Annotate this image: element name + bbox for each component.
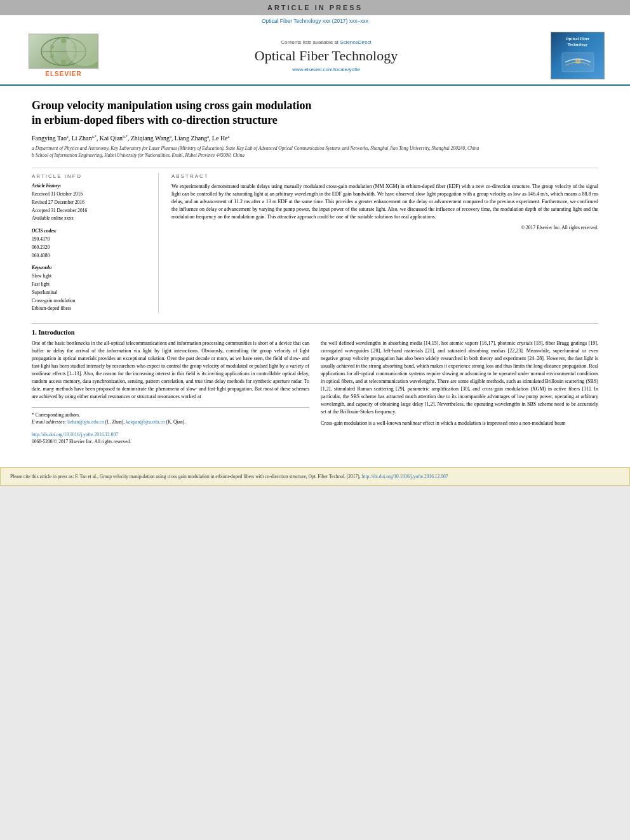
journal-cover-title: Optical FiberTechnology: [566, 36, 589, 47]
elsevier-header: ELSEVIER Contents lists available at Sci…: [0, 27, 630, 86]
article-info-title: ARTICLE INFO: [32, 173, 148, 179]
revised-date: Revised 27 December 2016: [32, 199, 148, 207]
svg-point-4: [73, 45, 77, 49]
received-date: Received 31 October 2016: [32, 190, 148, 199]
elsevier-logo-box: ELSEVIER: [25, 34, 102, 77]
sciencedirect-link[interactable]: ScienceDirect: [340, 39, 371, 45]
affiliations: a Department of Physics and Astronomy, K…: [32, 145, 598, 159]
svg-point-5: [73, 54, 77, 58]
intro-col2-text2: Cross-gain modulation is a well-known no…: [321, 420, 598, 427]
ocis-label: OCIS codes:: [32, 228, 148, 234]
journal-reference-text: Optical Fiber Technology xxx (2017) xxx–…: [262, 18, 368, 24]
introduction-section: 1. Introduction One of the basic bottlen…: [32, 329, 598, 445]
copyright-line: © 2017 Elsevier Inc. All rights reserved…: [171, 225, 598, 230]
journal-reference-line: Optical Fiber Technology xxx (2017) xxx–…: [0, 15, 630, 27]
info-abstract-columns: ARTICLE INFO Article history: Received 3…: [32, 173, 598, 313]
svg-point-6: [61, 60, 66, 65]
accepted-date: Accepted 31 December 2016: [32, 207, 148, 215]
abstract-text: We experimentally demonstrated tunable d…: [171, 183, 598, 221]
paper-title: Group velocity manipulation using cross …: [32, 98, 598, 128]
intro-col2-text: the well defined wavelengths in absorbin…: [321, 340, 598, 416]
these-word: these: [280, 386, 290, 392]
keywords-list: Slow light Fast light Superluminal Cross…: [32, 272, 148, 313]
corresponding-note: * Corresponding authors.: [32, 411, 309, 418]
intro-body-columns: One of the basic bottlenecks in the all-…: [32, 340, 598, 445]
affiliation-a: a Department of Physics and Astronomy, K…: [32, 145, 598, 152]
history-label: Article history:: [32, 183, 148, 189]
citation-text: Please cite this article in press as: F.…: [10, 474, 361, 479]
main-content: Group velocity manipulation using cross …: [0, 86, 630, 461]
available-date: Available online xxxx: [32, 215, 148, 223]
intro-col1: One of the basic bottlenecks in the all-…: [32, 340, 309, 445]
journal-website: www.elsevier.com/locate/yofte: [102, 67, 551, 72]
email-link1[interactable]: lizhan@sjtu.edu.cn: [67, 419, 104, 425]
ocis-codes: 190.4370060.2320060.4080: [32, 236, 148, 260]
page-wrapper: ARTICLE IN PRESS Optical Fiber Technolog…: [0, 0, 630, 486]
email-note: E-mail addresses: lizhan@sjtu.edu.cn (L.…: [32, 418, 309, 425]
issn-line: 1068-5200/© 2017 Elsevier Inc. All right…: [32, 438, 309, 445]
intro-col1-text: One of the basic bottlenecks in the all-…: [32, 340, 309, 401]
svg-point-8: [50, 45, 54, 49]
aip-banner-text: ARTICLE IN PRESS: [267, 4, 363, 11]
footnote-area: * Corresponding authors. E-mail addresse…: [32, 407, 309, 426]
citation-bar: Please cite this article in press as: F.…: [0, 467, 630, 486]
email-link2[interactable]: kaiqian@sjtu.edu.cn: [126, 419, 164, 425]
intro-heading: 1. Introduction: [32, 329, 598, 336]
contents-label: Contents lists available at: [281, 39, 338, 45]
affiliation-b: b School of Information Engineering, Hub…: [32, 152, 598, 159]
contents-line: Contents lists available at ScienceDirec…: [102, 39, 551, 45]
aip-banner: ARTICLE IN PRESS: [0, 0, 630, 15]
body-divider: [32, 323, 598, 324]
journal-title: Optical Fiber Technology: [102, 48, 551, 64]
intro-col2: the well defined wavelengths in absorbin…: [321, 340, 598, 445]
citation-doi-link[interactable]: http://dx.doi.org/10.1016/j.yofte.2016.1…: [362, 474, 448, 479]
article-info-column: ARTICLE INFO Article history: Received 3…: [32, 173, 159, 313]
article-dates: Received 31 October 2016 Revised 27 Dece…: [32, 190, 148, 223]
authors-line: Fangying Taoa, Li Zhana,*, Kai Qianb,*, …: [32, 135, 598, 142]
elsevier-logo-image: [29, 34, 98, 69]
elsevier-brand-text: ELSEVIER: [45, 70, 81, 77]
doi-link[interactable]: http://dx.doi.org/10.1016/j.yofte.2016.1…: [32, 432, 118, 437]
abstract-column: ABSTRACT We experimentally demonstrated …: [171, 173, 598, 313]
abstract-title: ABSTRACT: [171, 173, 598, 179]
journal-center: Contents lists available at ScienceDirec…: [102, 39, 551, 72]
svg-point-7: [50, 54, 54, 58]
svg-point-10: [575, 58, 580, 63]
section-divider: [32, 168, 598, 168]
svg-point-3: [61, 38, 66, 43]
keywords-label: Keywords:: [32, 265, 148, 270]
doi-links: http://dx.doi.org/10.1016/j.yofte.2016.1…: [32, 431, 309, 446]
journal-cover-image: Optical FiberTechnology: [551, 32, 605, 79]
